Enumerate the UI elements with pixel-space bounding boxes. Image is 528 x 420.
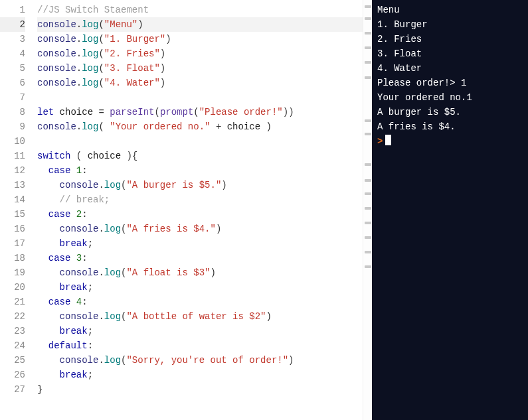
code-line[interactable]: console.log("A fries is $4.") <box>37 222 372 236</box>
token-obj: console <box>60 224 99 234</box>
scrollbar-mark <box>365 222 371 224</box>
token-method: log <box>104 224 121 234</box>
token-punc: ) <box>165 34 171 44</box>
token-method: log <box>82 19 98 30</box>
line-number: 18 <box>0 251 25 265</box>
line-number-gutter: 1234567891011121314151617181920212223242… <box>0 0 32 420</box>
scrollbar-mark <box>365 265 371 268</box>
token-method: log <box>82 121 98 132</box>
code-line[interactable] <box>37 90 372 105</box>
code-line[interactable]: break; <box>37 368 372 382</box>
scrollbar-mark <box>365 179 371 182</box>
token-obj: console <box>37 19 76 30</box>
code-line[interactable]: //JS Switch Staement <box>37 3 372 17</box>
token-str: "Menu" <box>104 19 137 30</box>
code-content[interactable]: //JS Switch Staementconsole.log("Menu")c… <box>32 0 372 420</box>
line-number: 8 <box>0 105 25 119</box>
token-func: parseInt <box>110 107 154 117</box>
code-line[interactable]: // break; <box>37 192 372 207</box>
line-number: 7 <box>0 90 25 105</box>
code-line[interactable]: console.log( "Your ordered no." + choice… <box>37 119 372 134</box>
code-line[interactable]: case 1: <box>37 163 372 178</box>
token-punc: ) <box>137 19 143 30</box>
token-obj: console <box>60 180 99 190</box>
token-punc: . <box>98 355 104 366</box>
line-number: 22 <box>0 309 25 324</box>
token-method: log <box>104 311 121 322</box>
scrollbar-track[interactable] <box>363 0 372 420</box>
token-punc: ; <box>88 282 93 293</box>
code-editor-pane[interactable]: 1234567891011121314151617181920212223242… <box>0 0 372 420</box>
token-punc: : <box>88 340 93 351</box>
token-punc: ; <box>88 238 93 249</box>
token-method: log <box>82 48 98 59</box>
token-comment: //JS Switch Staement <box>37 5 149 15</box>
token-obj: console <box>37 63 76 74</box>
console-line: 3. Float <box>377 46 523 61</box>
token-punc: . <box>76 19 82 30</box>
code-line[interactable]: console.log("A float is $3") <box>37 265 372 280</box>
code-line[interactable]: console.log("Sorry, you're out of order!… <box>37 353 372 368</box>
token-punc: ) <box>160 78 165 88</box>
code-line[interactable]: default: <box>37 338 372 353</box>
code-line[interactable]: break; <box>37 324 372 338</box>
token-punc: : <box>82 253 87 263</box>
console-line: 2. Fries <box>377 32 523 46</box>
code-line[interactable]: } <box>37 382 372 397</box>
token-punc: ) <box>160 48 165 59</box>
code-line[interactable] <box>37 134 372 149</box>
code-line[interactable]: break; <box>37 280 372 295</box>
line-number: 10 <box>0 134 25 149</box>
code-line[interactable]: let choice = parseInt(prompt("Please ord… <box>37 105 372 119</box>
token-punc: : <box>82 297 87 307</box>
token-punc <box>70 165 76 176</box>
token-kw: default <box>48 340 88 351</box>
token-str: "Please order!" <box>199 107 283 117</box>
code-line[interactable]: case 2: <box>37 207 372 222</box>
code-line[interactable]: console.log("1. Burger") <box>37 32 372 46</box>
token-kw: break <box>60 282 88 293</box>
token-obj: console <box>60 355 99 366</box>
token-str: "A float is $3" <box>126 267 210 278</box>
line-number: 6 <box>0 76 25 90</box>
token-num: 4 <box>76 297 82 307</box>
token-num: 3 <box>76 253 82 263</box>
token-str: "Sorry, you're out of order!" <box>126 355 288 366</box>
token-punc <box>70 209 76 220</box>
scrollbar-mark <box>365 32 371 35</box>
token-punc: ( <box>98 78 104 88</box>
token-kw: case <box>48 253 71 263</box>
code-line[interactable]: console.log("A burger is $5.") <box>37 178 372 192</box>
line-number: 17 <box>0 236 25 251</box>
code-line[interactable]: switch ( choice ){ <box>37 149 372 163</box>
code-line[interactable]: break; <box>37 236 372 251</box>
token-obj: console <box>60 267 99 278</box>
code-line[interactable]: console.log("A bottle of water is $2") <box>37 309 372 324</box>
line-number: 15 <box>0 207 25 222</box>
token-str: "Your ordered no." <box>110 121 210 132</box>
line-number: 21 <box>0 295 25 309</box>
token-str: "A bottle of water is $2" <box>126 311 266 322</box>
token-punc <box>70 253 76 263</box>
token-punc: )) <box>283 107 294 117</box>
token-punc: ) <box>210 267 215 278</box>
code-line[interactable]: console.log("4. Water") <box>37 76 372 90</box>
token-obj: console <box>37 34 76 44</box>
token-punc: ; <box>88 326 93 336</box>
token-punc: . <box>98 311 104 322</box>
scrollbar[interactable] <box>363 0 372 420</box>
line-number: 1 <box>0 3 25 17</box>
line-number: 14 <box>0 192 25 207</box>
token-punc: . <box>76 34 82 44</box>
token-str: "4. Water" <box>104 78 160 88</box>
code-line[interactable]: case 3: <box>37 251 372 265</box>
console-output-pane[interactable]: Menu1. Burger2. Fries3. Float4. WaterPle… <box>372 0 528 420</box>
code-line[interactable]: case 4: <box>37 295 372 309</box>
code-line[interactable]: console.log("3. Float") <box>37 61 372 76</box>
console-prompt-line[interactable]: > <box>377 134 523 149</box>
code-line[interactable]: console.log("2. Fries") <box>37 46 372 61</box>
token-punc: ( <box>154 107 159 117</box>
token-punc: : <box>82 209 87 220</box>
token-punc: . <box>98 180 104 190</box>
code-line[interactable]: console.log("Menu") <box>37 17 372 32</box>
